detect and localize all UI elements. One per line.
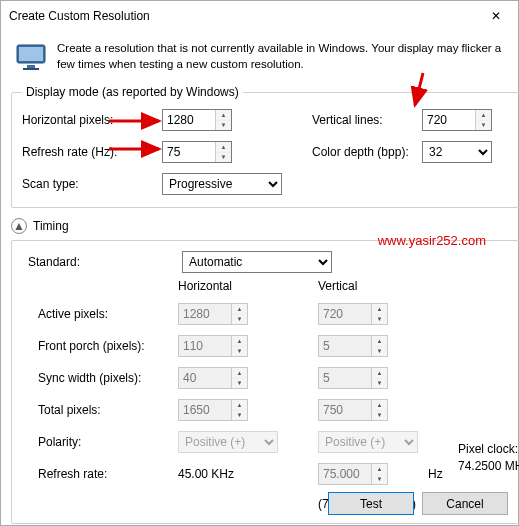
spinner-down-icon: ▼ xyxy=(232,347,247,357)
active-h-spinner: ▲▼ xyxy=(178,303,248,325)
collapse-toggle[interactable]: ▲ xyxy=(11,218,27,234)
svg-rect-1 xyxy=(19,47,43,61)
front-label: Front porch (pixels): xyxy=(38,339,178,353)
sync-v-spinner: ▲▼ xyxy=(318,367,388,389)
intro-row: Create a resolution that is not currentl… xyxy=(11,35,508,85)
front-v-input xyxy=(319,336,371,356)
vlines-input[interactable] xyxy=(423,110,475,130)
footer: Test Cancel xyxy=(328,492,508,515)
pixelclock-value: 74.2500 MHz xyxy=(458,459,519,473)
pixelclock-label: Pixel clock: xyxy=(458,442,518,456)
rrate-label: Refresh rate (Hz): xyxy=(22,145,162,159)
close-button[interactable]: ✕ xyxy=(473,1,518,31)
polarity-h-select: Positive (+) xyxy=(178,431,278,453)
spinner-up-icon: ▲ xyxy=(372,368,387,379)
close-icon: ✕ xyxy=(491,9,501,23)
front-h-spinner: ▲▼ xyxy=(178,335,248,357)
watermark-text: www.yasir252.com xyxy=(378,233,486,248)
hpix-spinner[interactable]: ▲▼ xyxy=(162,109,232,131)
intro-text: Create a resolution that is not currentl… xyxy=(57,41,504,73)
rrate-spinner[interactable]: ▲▼ xyxy=(162,141,232,163)
display-mode-group: Display mode (as reported by Windows) Ho… xyxy=(11,85,519,208)
total-h-spinner: ▲▼ xyxy=(178,399,248,421)
timing-group: Standard: Automatic Horizontal Vertical … xyxy=(11,240,519,524)
spinner-down-icon[interactable]: ▼ xyxy=(216,153,231,163)
front-v-spinner: ▲▼ xyxy=(318,335,388,357)
active-h-input xyxy=(179,304,231,324)
spinner-down-icon: ▼ xyxy=(232,379,247,389)
total-v-spinner: ▲▼ xyxy=(318,399,388,421)
timing-rrate-h: 45.00 KHz xyxy=(178,467,288,481)
front-h-input xyxy=(179,336,231,356)
total-v-input xyxy=(319,400,371,420)
standard-select[interactable]: Automatic xyxy=(182,251,332,273)
spinner-down-icon: ▼ xyxy=(232,315,247,325)
timing-header: ▲ Timing xyxy=(11,218,508,234)
col-horizontal: Horizontal xyxy=(178,279,288,293)
sync-v-input xyxy=(319,368,371,388)
sync-h-spinner: ▲▼ xyxy=(178,367,248,389)
hpix-label: Horizontal pixels: xyxy=(22,113,162,127)
vlines-label: Vertical lines: xyxy=(312,113,422,127)
spinner-up-icon: ▲ xyxy=(372,304,387,315)
spinner-up-icon: ▲ xyxy=(232,368,247,379)
svg-rect-2 xyxy=(27,65,35,68)
test-button[interactable]: Test xyxy=(328,492,414,515)
spinner-up-icon: ▲ xyxy=(232,400,247,411)
vlines-spinner[interactable]: ▲▼ xyxy=(422,109,492,131)
polarity-v-select: Positive (+) xyxy=(318,431,418,453)
spinner-down-icon: ▼ xyxy=(372,347,387,357)
spinner-down-icon[interactable]: ▼ xyxy=(216,121,231,131)
active-v-input xyxy=(319,304,371,324)
timing-rrate-v-unit: Hz xyxy=(428,467,458,481)
spinner-up-icon[interactable]: ▲ xyxy=(476,110,491,121)
content-area: Create a resolution that is not currentl… xyxy=(1,31,518,526)
timing-rrate-label: Refresh rate: xyxy=(38,467,178,481)
timing-rrate-v-spinner: ▲▼ xyxy=(318,463,388,485)
dialog-window: Create Custom Resolution ✕ Create a reso… xyxy=(0,0,519,526)
total-h-input xyxy=(179,400,231,420)
spinner-down-icon: ▼ xyxy=(372,411,387,421)
spinner-up-icon: ▲ xyxy=(232,304,247,315)
polarity-label: Polarity: xyxy=(38,435,178,449)
timing-rrate-v-input xyxy=(319,464,371,484)
spinner-down-icon: ▼ xyxy=(372,379,387,389)
sync-label: Sync width (pixels): xyxy=(38,371,178,385)
spinner-down-icon[interactable]: ▼ xyxy=(476,121,491,131)
standard-label: Standard: xyxy=(28,255,162,269)
active-label: Active pixels: xyxy=(38,307,178,321)
timing-legend: Timing xyxy=(33,219,69,233)
cdepth-label: Color depth (bpp): xyxy=(312,145,422,159)
cdepth-select[interactable]: 32 xyxy=(422,141,492,163)
scan-select[interactable]: Progressive xyxy=(162,173,282,195)
hpix-input[interactable] xyxy=(163,110,215,130)
spinner-up-icon: ▲ xyxy=(372,464,387,475)
col-vertical: Vertical xyxy=(318,279,428,293)
scan-label: Scan type: xyxy=(22,177,162,191)
spinner-down-icon: ▼ xyxy=(372,475,387,485)
spinner-down-icon: ▼ xyxy=(232,411,247,421)
spinner-up-icon: ▲ xyxy=(232,336,247,347)
spinner-down-icon: ▼ xyxy=(372,315,387,325)
spinner-up-icon: ▲ xyxy=(372,400,387,411)
active-v-spinner: ▲▼ xyxy=(318,303,388,325)
spinner-up-icon[interactable]: ▲ xyxy=(216,142,231,153)
sync-h-input xyxy=(179,368,231,388)
cancel-button[interactable]: Cancel xyxy=(422,492,508,515)
monitor-icon xyxy=(15,41,47,73)
titlebar: Create Custom Resolution ✕ xyxy=(1,1,518,31)
chevron-up-icon: ▲ xyxy=(13,219,25,233)
spinner-up-icon[interactable]: ▲ xyxy=(216,110,231,121)
total-label: Total pixels: xyxy=(38,403,178,417)
display-mode-legend: Display mode (as reported by Windows) xyxy=(22,85,243,99)
rrate-input[interactable] xyxy=(163,142,215,162)
svg-rect-3 xyxy=(23,68,39,70)
window-title: Create Custom Resolution xyxy=(9,9,150,23)
spinner-up-icon: ▲ xyxy=(372,336,387,347)
